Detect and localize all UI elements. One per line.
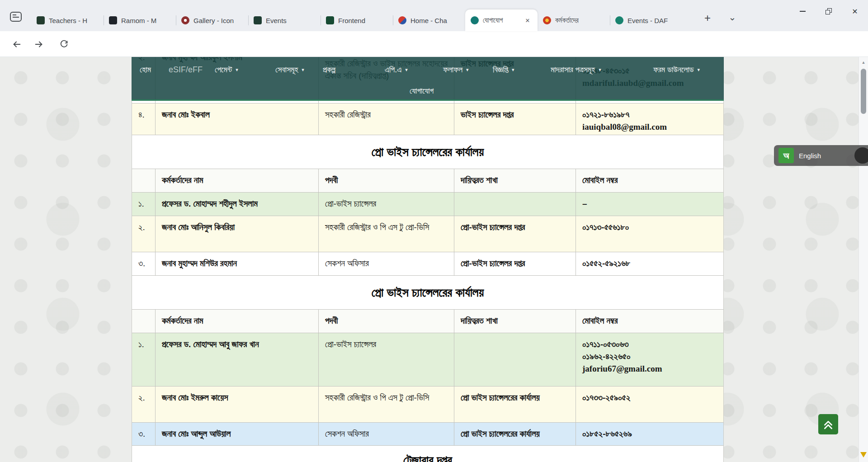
nav-item-esif[interactable]: eSIF/eFF bbox=[169, 57, 203, 82]
chevron-down-icon: ▾ bbox=[599, 67, 601, 73]
page-viewport: ২. জনাব মুহাম্মদ আরিফুল ইসলাম সহকারী রেজ… bbox=[0, 57, 859, 462]
nav-item-contact[interactable]: যোগাযোগ bbox=[410, 82, 434, 99]
nav-item-projects[interactable]: প্রকল্প bbox=[323, 57, 335, 82]
nav-item-madrasah-letters[interactable]: মাদরাসার পত্রসমূহ▾ bbox=[551, 57, 601, 82]
cell-serial: ৪. bbox=[132, 104, 156, 135]
cell-serial: ১. bbox=[132, 193, 156, 216]
forward-button[interactable] bbox=[31, 36, 47, 52]
phone-number: ০১৭২১-৮৬১৯৮৭ bbox=[582, 109, 718, 121]
cell-branch: প্রো-ভাইস চ্যান্সেলর দপ্তর bbox=[454, 252, 576, 275]
minimize-icon bbox=[800, 11, 806, 12]
nav-item-apa[interactable]: এপি.এ▾ bbox=[385, 57, 408, 82]
column-header-mobile: মোবাইল নম্বর bbox=[576, 310, 724, 333]
cell-branch: প্রো-ভাইস চ্যান্সেলর দপ্তর bbox=[454, 216, 576, 252]
tab-title: Teachers - H bbox=[49, 17, 98, 24]
language-selector[interactable]: অ English bbox=[774, 145, 868, 166]
column-header-serial bbox=[132, 310, 156, 333]
browser-tab-contact-active[interactable]: যোগাযোগ ✕ bbox=[465, 9, 538, 31]
maximize-button[interactable] bbox=[816, 0, 842, 23]
close-button[interactable]: ✕ bbox=[842, 0, 868, 23]
table-row: ২. জনাব মোঃ আনিসুল কিবরিয়া সহকারী রেজিস… bbox=[132, 216, 723, 252]
cell-serial: ২. bbox=[132, 387, 156, 422]
nav-item-home[interactable]: হোম bbox=[140, 57, 151, 82]
cell-name: প্রফেসর ড. মোহাম্মদ শহীদুল ইসলাম bbox=[156, 193, 319, 216]
nav-item-results[interactable]: ফলাফল▾ bbox=[443, 57, 469, 82]
cell-designation: প্রো-ভাইস চ্যান্সেলর bbox=[319, 193, 454, 216]
tab-title: কর্মকর্তাদের bbox=[555, 16, 604, 24]
browser-tab-events[interactable]: Events bbox=[248, 9, 321, 31]
cell-designation: সেকশন অফিসার bbox=[319, 252, 454, 275]
cell-mobile: ০১৭১১-০৫৩০৬৩ ০১৯৬২-৪২২৬৫০ jaforiu67@gmai… bbox=[576, 333, 724, 386]
cell-mobile: ০১৭১৩-৫৫৬১৮০ bbox=[576, 216, 724, 252]
column-header-designation: পদবী bbox=[319, 310, 454, 333]
section-title: প্রো ভাইস চ্যান্সেলরের কার্যালয় bbox=[132, 276, 723, 310]
chevron-down-icon: ▾ bbox=[698, 67, 700, 73]
phone-number: ০১৭১১-০৫৩০৬৩ bbox=[582, 339, 718, 351]
nav-item-label: eSIF/eFF bbox=[169, 65, 203, 75]
restore-icon bbox=[826, 8, 832, 14]
tab-favicon bbox=[398, 16, 406, 24]
nav-item-notices[interactable]: বিজ্ঞপ্তি▾ bbox=[493, 57, 514, 82]
chevron-down-icon: ▾ bbox=[466, 67, 469, 73]
nav-item-form-download[interactable]: ফরম ডাউনলোড▾ bbox=[653, 57, 700, 82]
chevron-down-icon: ▾ bbox=[236, 67, 238, 73]
back-button[interactable] bbox=[9, 36, 25, 52]
email-address: iauiqbal08@gmail.com bbox=[582, 121, 718, 133]
minimize-button[interactable] bbox=[789, 0, 816, 23]
cell-mobile: ০১৭২১-৮৬১৯৮৭ iauiqbal08@gmail.com bbox=[576, 104, 724, 135]
scrollbar-thumb[interactable] bbox=[861, 69, 866, 114]
nav-item-label: পেমেন্ট bbox=[215, 65, 232, 75]
tab-actions-button[interactable] bbox=[7, 9, 25, 24]
vertical-scrollbar[interactable]: ▲ bbox=[859, 57, 868, 462]
nav-item-services[interactable]: সেবাসমূহ▾ bbox=[275, 57, 304, 82]
tab-favicon bbox=[109, 16, 117, 24]
tab-favicon bbox=[181, 16, 189, 24]
phone-number: ০১৭১৩-৫৫৬১৮০ bbox=[582, 222, 718, 234]
tab-favicon bbox=[471, 16, 479, 24]
cell-designation: সহকারী রেজিস্ট্রার ও পি এস টু প্রো-ভিসি bbox=[319, 216, 454, 252]
chevron-down-icon: ▾ bbox=[302, 67, 304, 73]
translate-handle-icon bbox=[854, 147, 868, 164]
browser-tab-teachers[interactable]: Teachers - H bbox=[31, 9, 104, 31]
cell-branch: ভাইস চ্যান্সেলর দপ্তর bbox=[454, 104, 576, 135]
browser-tab-home[interactable]: Home - Cha bbox=[393, 9, 465, 31]
tab-close-icon[interactable]: ✕ bbox=[523, 16, 532, 25]
tab-bar: Teachers - H Ramom - M Gallery - Icon Ev… bbox=[0, 0, 868, 31]
browser-tab-frontend[interactable]: Frontend bbox=[321, 9, 393, 31]
phone-number: ০১৮৫২-৮৬৫২৬৯ bbox=[582, 428, 718, 440]
browser-tab-events-daf[interactable]: Events - DAF bbox=[610, 9, 682, 31]
cell-designation: সহকারী রেজিস্ট্রার bbox=[319, 104, 454, 135]
table-header-row: কর্মকর্তাদের নাম পদবী দায়িত্বরত শাখা মো… bbox=[132, 310, 723, 333]
section-title-clipped: ট্রেজারার দপ্তর bbox=[132, 453, 723, 462]
scrollbar-marker-icon bbox=[860, 452, 867, 457]
scroll-to-top-button[interactable] bbox=[818, 414, 838, 434]
nav-item-label: মাদরাসার পত্রসমূহ bbox=[551, 65, 595, 75]
table-row: ২. জনাব মোঃ ইমরুল কায়েস সহকারী রেজিস্ট্… bbox=[132, 387, 723, 423]
browser-tab-officials[interactable]: কর্মকর্তাদের bbox=[538, 9, 610, 31]
column-header-branch: দায়িত্বরত শাখা bbox=[454, 169, 576, 192]
nav-item-label: ফলাফল bbox=[443, 65, 462, 75]
phone-number: – bbox=[582, 198, 718, 210]
back-icon bbox=[12, 39, 22, 49]
nav-item-payment[interactable]: পেমেন্ট▾ bbox=[215, 57, 238, 82]
cell-name: জনাব মুহাম্মদ মশিউর রহমান bbox=[156, 252, 319, 275]
nav-item-label: যোগাযোগ bbox=[410, 86, 434, 96]
browser-tab-ramom[interactable]: Ramom - M bbox=[104, 9, 176, 31]
tab-strip: Teachers - H Ramom - M Gallery - Icon Ev… bbox=[31, 9, 682, 31]
nav-item-label: হোম bbox=[140, 65, 151, 75]
tab-title: যোগাযোগ bbox=[483, 16, 520, 24]
content-column: ২. জনাব মুহাম্মদ আরিফুল ইসলাম সহকারী রেজ… bbox=[132, 57, 724, 462]
browser-window: Teachers - H Ramom - M Gallery - Icon Ev… bbox=[0, 0, 868, 462]
cell-branch: প্রো ভাইস চ্যান্সেলরের কার্যালয় bbox=[454, 387, 576, 422]
refresh-button[interactable] bbox=[56, 36, 72, 52]
cell-branch bbox=[454, 193, 576, 216]
scrollbar-up-arrow[interactable]: ▲ bbox=[859, 60, 868, 65]
nav-item-label: ফরম ডাউনলোড bbox=[653, 65, 694, 75]
new-tab-button[interactable]: + bbox=[700, 11, 715, 25]
browser-tab-gallery[interactable]: Gallery - Icon bbox=[176, 9, 248, 31]
double-chevron-up-icon bbox=[822, 419, 834, 430]
refresh-icon bbox=[59, 40, 69, 49]
nav-item-label: বিজ্ঞপ্তি bbox=[493, 65, 508, 75]
tab-title: Gallery - Icon bbox=[193, 17, 243, 24]
tab-list-chevron-icon[interactable]: ⌄ bbox=[725, 10, 740, 24]
